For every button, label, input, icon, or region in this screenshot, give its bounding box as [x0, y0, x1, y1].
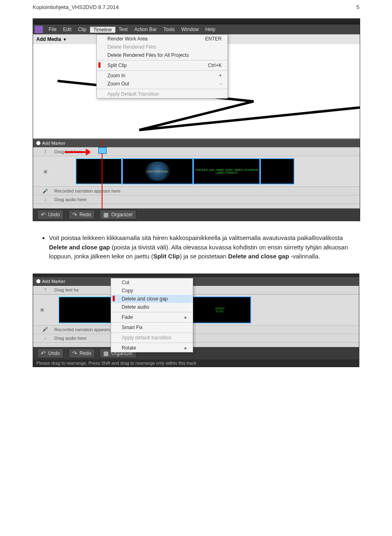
menu-actionbar[interactable]: Action Bar [131, 27, 160, 32]
audio-icon: ♪ [36, 336, 54, 341]
menu-help[interactable]: Help [202, 27, 219, 32]
text-track-icon: T [36, 149, 54, 154]
menu-render-work-area[interactable]: Render Work Area ENTER [97, 35, 227, 43]
label: Delete Rendered Files for All Projects [107, 52, 189, 58]
add-marker-row[interactable]: Add Marker [33, 277, 359, 286]
text-track[interactable]: T Drag text he [33, 286, 359, 294]
menu-file[interactable]: File [45, 27, 60, 32]
redo-icon: ↷ [72, 211, 77, 218]
marker-icon [36, 141, 40, 145]
t: Delete and close gap [49, 244, 110, 251]
timeline-panel-2: Add Marker T Drag text he ▣ JAMESSCHU 🎤 … [33, 277, 359, 347]
context-menu: Cut Copy Delete and close gap Delete aud… [111, 278, 193, 352]
shortcut: ENTER [205, 36, 222, 42]
t: ) ja se poistetaan [180, 253, 228, 260]
credits-thumbnail: THEHULK GALI ANNE HURD JAMES SCHAMUS LAR… [194, 168, 259, 175]
caret-down-icon: ▼ [63, 37, 67, 42]
timeline-dropdown: Render Work Area ENTER Delete Rendered F… [96, 34, 228, 99]
label: Apply default transition [122, 335, 171, 341]
timeline-panel: Add Marker T Drag text here ▣ THEHULK GA… [33, 139, 360, 209]
add-marker-label: Add Marker [42, 279, 65, 284]
redo-button[interactable]: ↷Redo [69, 348, 95, 358]
screenshot-timeline-menu: File Edit Clip Timeline Text Action Bar … [33, 18, 360, 221]
ctx-apply-transition: Apply default transition [111, 334, 193, 342]
label: Delete and close gap [122, 296, 168, 302]
label: Rotate [122, 345, 136, 351]
undo-icon: ↶ [41, 350, 46, 357]
label: Copy [122, 288, 133, 294]
text-track-icon: T [36, 287, 54, 292]
universal-logo-thumbnail [145, 161, 170, 181]
video-track-icon: ▣ [33, 307, 51, 312]
t: -valinnalla. [289, 253, 320, 260]
menu-window[interactable]: Window [178, 27, 202, 32]
footer-toolbar: ↶Undo ↷Redo ▦Organizer [33, 209, 360, 221]
text-track-placeholder: Drag text he [54, 287, 79, 292]
label: Zoom In [107, 73, 125, 78]
scrollbar[interactable] [33, 343, 359, 347]
audio-track[interactable]: ♪ Drag audio here [33, 334, 359, 343]
video-track-icon: ▣ [36, 169, 54, 174]
undo-button[interactable]: ↶Undo [37, 210, 64, 220]
ctx-delete-close-gap[interactable]: Delete and close gap [111, 295, 193, 303]
menu-zoom-in[interactable]: Zoom In + [97, 72, 227, 80]
video-track[interactable]: ▣ THEHULK GALI ANNE HURD JAMES SCHAMUS L… [33, 156, 360, 187]
video-track[interactable]: ▣ JAMESSCHU [33, 294, 359, 325]
narration-track[interactable]: 🎤 Recorded narration appears here [33, 187, 360, 195]
menu-clip[interactable]: Clip [75, 27, 90, 32]
redo-button[interactable]: ↷Redo [69, 210, 95, 220]
menu-zoom-out[interactable]: Zoom Out - [97, 80, 227, 88]
label: Cut [122, 280, 129, 285]
audio-placeholder: Drag audio here [54, 197, 87, 202]
ctx-delete-audio[interactable]: Delete audio [111, 303, 193, 311]
video-clip-3[interactable]: THEHULK GALI ANNE HURD JAMES SCHAMUS LAR… [193, 158, 260, 184]
ctx-smartfix[interactable]: Smart Fix [111, 323, 193, 332]
ctx-cut[interactable]: Cut [111, 278, 193, 287]
undo-label: Undo [48, 212, 60, 218]
marker-icon [36, 279, 40, 283]
t: Delete and close gap [228, 253, 289, 260]
ctx-rotate[interactable]: Rotate [111, 344, 193, 352]
playhead-handle[interactable] [98, 147, 107, 154]
menu-text[interactable]: Text [116, 27, 131, 32]
menu-tools[interactable]: Tools [160, 27, 178, 32]
scrollbar[interactable] [33, 204, 360, 209]
video-clip-1[interactable] [76, 158, 122, 184]
audio-icon: ♪ [36, 197, 54, 202]
mic-icon: 🎤 [36, 327, 54, 332]
shortcut: Ctrl+K [208, 63, 222, 68]
menu-split-clip[interactable]: Split Clip Ctrl+K [97, 61, 227, 70]
shortcut: + [219, 73, 222, 78]
redo-label: Redo [80, 350, 91, 356]
organizer-label: Organizer [111, 212, 133, 218]
add-marker-row[interactable]: Add Marker [33, 139, 360, 148]
mic-icon: 🎤 [36, 188, 54, 194]
credits-thumbnail: JAMESSCHU [214, 306, 225, 314]
page-number: 5 [356, 4, 359, 10]
footer-toolbar: ↶Undo ↷Redo ▦Organizer [33, 347, 359, 359]
label: Render Work Area [107, 36, 148, 42]
audio-track[interactable]: ♪ Drag audio here [33, 195, 360, 204]
organizer-button[interactable]: ▦Organizer [100, 210, 136, 220]
window-titlebar [33, 19, 360, 25]
annotation-arrow [64, 149, 96, 155]
add-marker-label: Add Marker [42, 141, 65, 146]
ctx-copy[interactable]: Copy [111, 287, 193, 295]
t: Voit poistaa leikkeen klikkaamalla sitä … [49, 234, 343, 241]
status-bar: Please drag to rearrange. Press Shift an… [33, 359, 359, 367]
undo-label: Undo [48, 350, 60, 356]
video-clip-4[interactable] [260, 158, 294, 184]
menu-bar: File Edit Clip Timeline Text Action Bar … [33, 25, 360, 34]
narration-track[interactable]: 🎤 Recorded narration appears here [33, 325, 359, 334]
annotation-highlight [98, 62, 100, 68]
menu-edit[interactable]: Edit [60, 27, 75, 32]
status-text: Please drag to rearrange. Press Shift an… [36, 361, 196, 366]
menu-timeline[interactable]: Timeline [90, 27, 116, 33]
menu-delete-rendered-all[interactable]: Delete Rendered Files for All Projects [97, 51, 227, 59]
app-icon [35, 26, 43, 33]
label: Smart Fix [122, 325, 143, 330]
undo-button[interactable]: ↶Undo [37, 348, 64, 358]
video-clip-2[interactable] [122, 158, 193, 184]
ctx-fade[interactable]: Fade [111, 313, 193, 321]
redo-icon: ↷ [72, 350, 77, 357]
